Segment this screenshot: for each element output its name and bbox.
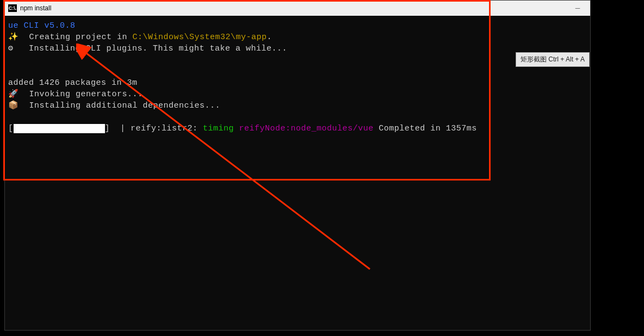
screenshot-tooltip: 矩形截图 Ctrl + Alt + A: [516, 52, 590, 67]
invoking-text: Invoking generators...: [19, 90, 143, 99]
gear-icon: ⚙: [8, 44, 14, 53]
bracket-close: ]: [105, 124, 110, 133]
installing-cli-text: Installing CLI plugins. This might take …: [14, 44, 288, 53]
timing-label: timing: [203, 124, 234, 133]
blank-line-2: [8, 66, 587, 77]
installing-deps-text: Installing additional dependencies...: [19, 101, 221, 110]
window-controls: ─: [574, 4, 587, 12]
terminal-output: ue CLI v5.0.8 ✨ Creating project in C:\W…: [5, 16, 590, 139]
terminal-window: C:\. npm install ─ ue CLI v5.0.8 ✨ Creat…: [4, 0, 591, 331]
minimize-button[interactable]: ─: [574, 4, 581, 12]
cmd-icon: C:\.: [8, 4, 17, 12]
package-icon: 📦: [8, 101, 19, 110]
window-titlebar[interactable]: C:\. npm install ─: [5, 1, 590, 16]
creating-text: Creating project in: [19, 33, 133, 42]
project-path: C:\Windows\System32\my-app: [133, 33, 267, 42]
vue-cli-version: v5.0.8: [45, 21, 76, 30]
dot: .: [267, 33, 273, 42]
progress-bar: [14, 124, 105, 133]
reify-progress-line: [] | reify:listr2: timing reifyNode:node…: [8, 123, 587, 134]
window-title: npm install: [20, 4, 574, 12]
invoking-generators-line: 🚀 Invoking generators...: [8, 89, 587, 100]
added-packages-line: added 1426 packages in 3m: [8, 77, 587, 89]
blank-line-1: [8, 54, 587, 66]
added-packages-text: added 1426 packages in 3m: [8, 78, 138, 88]
installing-deps-line: 📦 Installing additional dependencies...: [8, 100, 587, 111]
vue-cli-label: ue CLI: [8, 21, 45, 30]
rocket-icon: 🚀: [8, 90, 19, 99]
reify-node: reifyNode:node_modules/vue: [234, 124, 374, 133]
installing-cli-line: ⚙ Installing CLI plugins. This might tak…: [8, 43, 587, 54]
blank-line-3: [8, 111, 587, 123]
creating-project-line: ✨ Creating project in C:\Windows\System3…: [8, 32, 587, 43]
sparkle-icon: ✨: [8, 33, 19, 42]
completed-text: Completed in 1357ms: [374, 124, 477, 133]
vue-cli-version-line: ue CLI v5.0.8: [8, 20, 587, 32]
reify-prefix: | reify:listr2:: [120, 124, 203, 133]
